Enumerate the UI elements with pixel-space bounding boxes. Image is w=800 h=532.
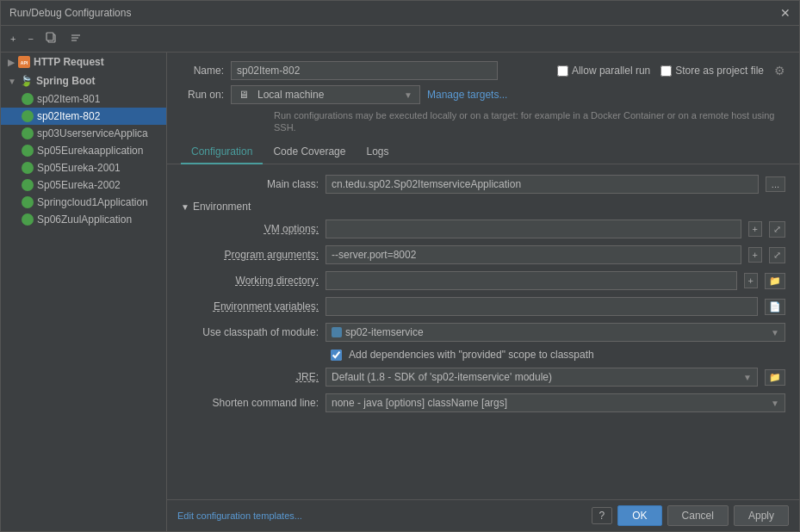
sidebar-spring-boot-header[interactable]: ▼ 🍃 Spring Boot [1, 71, 166, 90]
help-button[interactable]: ? [592, 507, 613, 524]
shorten-cmd-value: none - java [options] className [args] [332, 397, 507, 409]
footer: Edit configuration templates... ? OK Can… [167, 499, 799, 531]
main-class-input[interactable] [326, 175, 759, 194]
program-args-row: Program arguments: + ⤢ [167, 242, 799, 268]
store-project-checkbox[interactable] [660, 65, 672, 77]
classpath-value: sp02-itemservice [345, 326, 424, 338]
jre-arrow-icon: ▼ [743, 373, 752, 382]
sidebar-item-label: Sp06ZuulApplication [37, 213, 132, 226]
info-text: Run configurations may be executed local… [167, 108, 799, 140]
vm-options-fullscreen-button[interactable]: ⤢ [769, 221, 785, 238]
sidebar-item[interactable]: sp02Item-801 [1, 90, 166, 108]
add-deps-checkbox[interactable] [331, 350, 342, 361]
cancel-button[interactable]: Cancel [667, 505, 729, 526]
working-dir-folder-button[interactable]: 📁 [765, 273, 785, 289]
shorten-cmd-label: Shorten command line: [181, 397, 319, 409]
env-vars-input[interactable] [326, 297, 758, 316]
sidebar-item[interactable]: Sp05Eureka-2002 [1, 176, 166, 194]
spring-boot-label: Spring Boot [36, 75, 96, 87]
environment-label: Environment [193, 201, 251, 213]
sidebar-http-request[interactable]: ▶ API HTTP Request [1, 53, 166, 71]
vm-options-label: VM options: [181, 223, 319, 235]
vm-options-row: VM options: + ⤢ [167, 216, 799, 242]
manage-targets-link[interactable]: Manage targets... [427, 89, 507, 101]
svg-text:API: API [21, 60, 28, 65]
tab-code-coverage[interactable]: Code Coverage [263, 140, 356, 164]
remove-config-button[interactable]: − [23, 31, 37, 46]
spring-item-icon-5 [22, 179, 34, 191]
working-dir-input[interactable] [326, 271, 737, 290]
env-vars-row: Environment variables: 📄 [167, 294, 799, 319]
spring-item-icon-0 [22, 93, 34, 105]
sidebar-item-label: Sp05Eureka-2001 [37, 162, 121, 174]
apply-button[interactable]: Apply [734, 505, 789, 526]
run-on-label: Run on: [181, 89, 224, 101]
close-button[interactable]: ✕ [780, 6, 791, 20]
allow-parallel-checkbox[interactable] [557, 65, 568, 77]
jre-label: JRE: [181, 371, 319, 383]
spring-item-icon-7 [22, 213, 34, 226]
right-panel: Name: Allow parallel run Store as projec… [167, 53, 799, 531]
program-args-label: Program arguments: [181, 249, 319, 261]
toolbar: + − [1, 26, 799, 53]
tab-logs[interactable]: Logs [356, 140, 399, 164]
name-section: Name: Allow parallel run Store as projec… [167, 53, 799, 85]
sidebar: ▶ API HTTP Request ▼ 🍃 Spring Boot sp02I… [1, 53, 167, 531]
gear-icon[interactable]: ⚙ [774, 64, 785, 77]
sidebar-item[interactable]: sp02Item-802 [1, 108, 166, 125]
sidebar-item[interactable]: Sp06ZuulApplication [1, 211, 166, 228]
shorten-cmd-row: Shorten command line: none - java [optio… [167, 390, 799, 416]
add-deps-label: Add dependencies with "provided" scope t… [349, 349, 594, 361]
working-dir-row: Working directory: + 📁 [167, 268, 799, 294]
sidebar-item[interactable]: sp03UserserviceApplica [1, 125, 166, 142]
jre-dropdown[interactable]: Default (1.8 - SDK of 'sp02-itemservice'… [326, 368, 758, 387]
store-project-option: Store as project file [660, 65, 764, 77]
env-vars-label: Environment variables: [181, 300, 319, 312]
svg-rect-1 [47, 33, 53, 40]
add-deps-row: Add dependencies with "provided" scope t… [167, 345, 799, 364]
vm-options-expand-button[interactable]: + [748, 221, 762, 237]
name-input[interactable] [231, 61, 498, 80]
run-on-dropdown[interactable]: 🖥 Local machine ▼ [231, 85, 420, 104]
vm-options-input[interactable] [326, 220, 741, 238]
working-dir-label: Working directory: [181, 275, 319, 287]
add-config-button[interactable]: + [6, 31, 20, 46]
sidebar-item[interactable]: Springcloud1Application [1, 194, 166, 211]
allow-parallel-label: Allow parallel run [572, 65, 650, 77]
main-class-browse-button[interactable]: ... [766, 176, 785, 192]
tab-configuration[interactable]: Configuration [181, 140, 263, 164]
config-content: Main class: ... ▼ Environment VM options… [167, 164, 799, 499]
sort-config-button[interactable] [65, 29, 86, 48]
sidebar-item[interactable]: Sp05Eureka-2001 [1, 159, 166, 176]
sidebar-item-label: sp02Item-802 [37, 110, 100, 122]
sidebar-item[interactable]: Sp05Eurekaapplication [1, 142, 166, 159]
program-args-expand-button[interactable]: + [748, 247, 762, 263]
sidebar-item-label: Sp05Eureka-2002 [37, 179, 121, 191]
ok-button[interactable]: OK [617, 505, 661, 526]
spring-item-icon-6 [22, 196, 34, 208]
sidebar-item-label: sp03UserserviceApplica [37, 127, 148, 139]
run-on-value: Local machine [257, 89, 324, 101]
env-vars-expand-button[interactable]: 📄 [765, 299, 785, 315]
classpath-dropdown[interactable]: sp02-itemservice ▼ [326, 323, 785, 342]
edit-templates-link[interactable]: Edit configuration templates... [177, 510, 302, 521]
run-info-text: Run configurations may be executed local… [274, 110, 774, 133]
run-on-section: Run on: 🖥 Local machine ▼ Manage targets… [167, 85, 799, 108]
dropdown-arrow-icon: ▼ [404, 90, 412, 100]
tabs-bar: Configuration Code Coverage Logs [167, 140, 799, 164]
spring-item-icon-1 [22, 110, 34, 122]
jre-browse-button[interactable]: 📁 [765, 369, 785, 386]
main-content: ▶ API HTTP Request ▼ 🍃 Spring Boot sp02I… [1, 53, 799, 531]
working-dir-expand-button[interactable]: + [744, 273, 758, 288]
http-icon: API [18, 56, 30, 68]
copy-config-button[interactable] [41, 29, 62, 48]
program-args-fullscreen-button[interactable]: ⤢ [769, 247, 785, 263]
program-args-input[interactable] [326, 245, 741, 264]
classpath-label: Use classpath of module: [181, 326, 319, 338]
shorten-cmd-arrow-icon: ▼ [771, 399, 779, 408]
classpath-row: Use classpath of module: sp02-itemservic… [167, 319, 799, 345]
shorten-cmd-dropdown[interactable]: none - java [options] className [args] ▼ [326, 393, 785, 412]
environment-header[interactable]: ▼ Environment [167, 197, 799, 216]
sidebar-item-label: Springcloud1Application [37, 196, 148, 208]
jre-row: JRE: Default (1.8 - SDK of 'sp02-itemser… [167, 364, 799, 390]
